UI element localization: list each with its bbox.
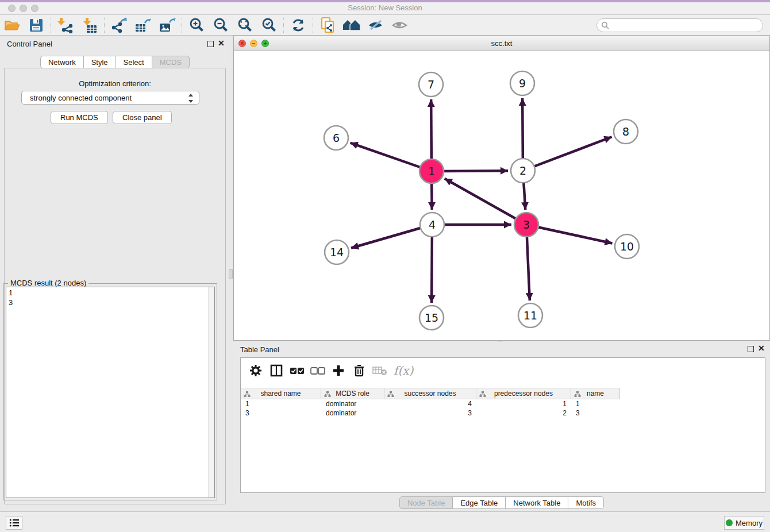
graph-node-9[interactable]: 9 (510, 71, 534, 95)
table-settings-button[interactable] (245, 361, 266, 380)
show-columns-button[interactable] (266, 361, 287, 380)
mcds-result-list[interactable]: 1 3 (6, 287, 215, 498)
table-cell[interactable]: 2 (476, 408, 571, 418)
checked-boxes-icon (290, 367, 305, 375)
tab-select[interactable]: Select (116, 56, 152, 68)
float-panel-icon[interactable] (207, 41, 214, 47)
control-panel-title: Control Panel (7, 40, 52, 48)
graph-node-1[interactable]: 1 (419, 159, 444, 183)
control-panel: Control Panel ✕ NetworkStyleSelectMCDS O… (0, 36, 230, 511)
table-cell[interactable]: 4 (384, 399, 476, 408)
function-builder-button[interactable]: f(x) (394, 364, 413, 377)
graph-node-10[interactable]: 10 (615, 234, 639, 259)
select-all-rows-button[interactable] (287, 361, 307, 380)
memory-button[interactable]: Memory (724, 516, 764, 530)
create-column-button[interactable] (328, 361, 349, 380)
column-header-MCDS-role[interactable]: MCDS role (321, 388, 384, 399)
zoom-selected-button[interactable] (257, 16, 281, 34)
export-image-button[interactable] (155, 16, 179, 34)
trash-icon (353, 364, 365, 377)
column-header-successor-nodes[interactable]: successor nodes (384, 388, 476, 399)
zoom-fit-button[interactable] (233, 16, 257, 34)
graph-node-3[interactable]: 3 (514, 213, 538, 237)
node-label: 4 (429, 218, 436, 231)
toolbar-separator (182, 18, 182, 33)
refresh-icon (290, 17, 306, 33)
table-cell[interactable]: 1 (241, 399, 321, 408)
close-table-panel-icon[interactable]: ✕ (758, 345, 765, 352)
table-cell[interactable]: 1 (476, 399, 571, 408)
table-cell[interactable]: 3 (241, 408, 321, 418)
tab-motifs[interactable]: Motifs (568, 496, 604, 509)
column-header-shared-name[interactable]: shared name (241, 388, 321, 399)
export-table-button[interactable] (131, 16, 155, 34)
tab-mcds[interactable]: MCDS (152, 56, 190, 68)
toolbar-separator (283, 18, 284, 33)
column-header-label: successor nodes (404, 390, 456, 398)
hide-selected-button[interactable] (364, 16, 388, 34)
node-label: 14 (330, 246, 344, 259)
column-header-name[interactable]: name (571, 388, 620, 399)
node-label: 11 (523, 309, 537, 322)
deselect-all-rows-button[interactable] (307, 361, 328, 380)
close-panel-icon[interactable]: ✕ (218, 40, 225, 47)
apply-style-button[interactable] (286, 16, 310, 34)
graph-node-2[interactable]: 2 (511, 159, 535, 183)
application-window: Session: New Session (0, 0, 770, 532)
edge-3-1[interactable] (445, 179, 526, 225)
vertical-splitter-handle[interactable] (229, 269, 233, 279)
graph-node-4[interactable]: 4 (420, 213, 444, 237)
edge-3-10[interactable] (526, 225, 613, 243)
zoom-in-button[interactable] (184, 16, 209, 34)
result-scrollbar[interactable] (208, 287, 214, 498)
tab-style[interactable]: Style (84, 56, 116, 68)
table-cell[interactable]: dominator (321, 399, 384, 408)
network-canvas[interactable]: 7968124314101511 (234, 51, 769, 340)
table-cell[interactable]: 3 (384, 408, 476, 418)
home-icon (342, 18, 361, 33)
table-row[interactable]: 3dominator323 (241, 408, 765, 418)
import-table-button[interactable] (78, 16, 102, 34)
delete-column-button[interactable] (349, 361, 369, 380)
graph-node-7[interactable]: 7 (419, 72, 443, 97)
table-header-row: shared nameMCDS rolesuccessor nodesprede… (241, 388, 765, 399)
first-neighbors-button[interactable] (340, 16, 364, 34)
table-cell[interactable]: 1 (571, 399, 620, 408)
table-cell[interactable]: dominator (321, 408, 384, 418)
close-panel-button[interactable]: Close panel (113, 111, 172, 124)
open-session-button[interactable] (0, 16, 24, 34)
toolbar-separator (313, 18, 313, 33)
clone-network-button[interactable] (315, 16, 340, 34)
criterion-dropdown[interactable]: strongly connected component (21, 91, 199, 105)
table-row[interactable]: 1dominator411 (241, 399, 765, 408)
graph-node-14[interactable]: 14 (325, 240, 349, 264)
delete-table-button[interactable] (369, 361, 390, 380)
task-history-button[interactable] (6, 516, 22, 530)
import-network-icon (57, 17, 74, 33)
tab-network[interactable]: Network (40, 56, 84, 68)
edge-1-6[interactable] (351, 143, 432, 171)
memory-button-label: Memory (736, 519, 763, 527)
tab-node-table[interactable]: Node Table (399, 496, 453, 509)
table-panel: Table Panel ✕ (233, 342, 770, 511)
export-network-button[interactable] (107, 16, 131, 34)
import-network-button[interactable] (53, 16, 78, 34)
tab-network-table[interactable]: Network Table (506, 496, 568, 509)
zoom-out-button[interactable] (209, 16, 233, 34)
graph-node-11[interactable]: 11 (518, 303, 542, 327)
show-all-button[interactable] (388, 16, 412, 34)
graph-node-6[interactable]: 6 (324, 126, 348, 150)
column-header-predecessor-nodes[interactable]: predecessor nodes (476, 388, 571, 399)
edge-2-8[interactable] (523, 137, 612, 171)
search-input[interactable] (596, 18, 763, 32)
graph-node-8[interactable]: 8 (614, 119, 638, 144)
table-cell[interactable]: 3 (571, 408, 620, 418)
graph-node-15[interactable]: 15 (419, 306, 444, 330)
save-session-button[interactable] (24, 16, 48, 34)
plus-icon (332, 364, 345, 377)
mcds-result-title: MCDS result (2 nodes) (8, 279, 88, 287)
float-table-panel-icon[interactable] (748, 346, 754, 352)
tab-edge-table[interactable]: Edge Table (453, 496, 506, 509)
run-mcds-button[interactable]: Run MCDS (51, 111, 108, 124)
mcds-result-values: 1 3 (9, 288, 13, 307)
